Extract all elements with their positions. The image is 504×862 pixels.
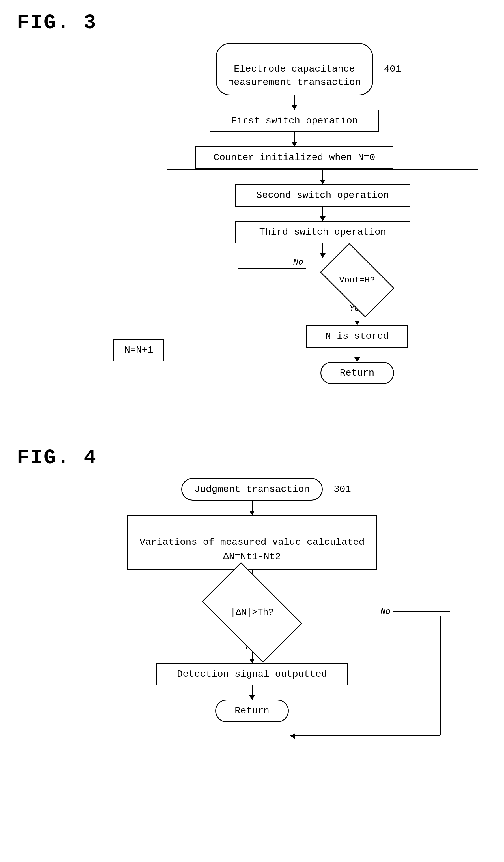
second-switch-node: Second switch operation [235, 184, 410, 207]
arrow4 [322, 207, 323, 221]
first-switch-node: First switch operation [210, 109, 379, 132]
fig4-start-wrapper: Judgment transaction 301 [181, 478, 323, 501]
no-hline [238, 268, 306, 269]
fig4-no-hline-row: No [381, 607, 450, 616]
arrow6 [357, 348, 358, 362]
diamond-center: Vout=H? Yes N is stored Re [306, 258, 408, 384]
delta-n-diamond: |ΔN|>Th? [193, 584, 311, 641]
arrow1 [294, 95, 295, 109]
n-stored-node: N is stored [306, 325, 408, 348]
fig4-no-arrow-left [290, 733, 295, 739]
fig4-section: FIG. 4 Judgment transaction 301 Variatio… [17, 446, 487, 722]
third-switch-node: Third switch operation [235, 221, 410, 243]
fig4-arrow-yes [252, 651, 253, 663]
fig4-flowchart: Judgment transaction 301 Variations of m… [54, 478, 450, 722]
loop-left-side: N=N+1 [110, 169, 167, 423]
loop-left-vline-bot [138, 361, 140, 423]
no-vline [238, 269, 238, 382]
no-label: No [293, 258, 303, 267]
fig4-return-node: Return [215, 700, 289, 722]
fig3-flowchart: Electrode capacitance measurement transa… [26, 43, 478, 423]
fig4-no-label: No [381, 607, 390, 616]
fig3-main-column: Electrode capacitance measurement transa… [110, 43, 478, 169]
no-branch: No [238, 258, 306, 382]
detection-node: Detection signal outputted [156, 663, 348, 685]
return-node: Return [320, 362, 394, 384]
loop-right-side: Second switch operation Third switch ope… [167, 169, 478, 423]
diamond-row: No Vout=H? Yes [167, 258, 478, 384]
fig4-no-branch: No [381, 607, 450, 739]
counter-init-node: Counter initialized when N=0 [196, 146, 394, 169]
ref-label-301: 301 [334, 484, 351, 495]
vout-diamond: Vout=H? [312, 258, 402, 303]
loop-section: N=N+1 [110, 169, 478, 423]
arrow2 [294, 132, 295, 146]
fig3-section: FIG. 3 Electrode capacitance measurement… [17, 11, 487, 423]
fig4-no-hline-bot [290, 735, 440, 736]
fig4-arrow3 [252, 685, 253, 700]
judgment-node: Judgment transaction [181, 478, 323, 501]
arrow3 [322, 170, 323, 184]
arrow5 [322, 243, 323, 258]
start-node: Electrode capacitance measurement transa… [216, 43, 373, 95]
fig3-title: FIG. 3 [17, 11, 487, 35]
no-hline-seg [238, 268, 306, 269]
fig4-arrow1 [252, 501, 253, 515]
fig4-no-vline [440, 616, 441, 735]
fig4-diamond-row: |ΔN|>Th? Yes Detection signal outputted … [54, 584, 450, 722]
fig4-no-hline [394, 611, 450, 612]
n-increment-node: N=N+1 [114, 339, 164, 361]
loop-left-vline [138, 169, 140, 339]
fig4-diamond-center: |ΔN|>Th? Yes Detection signal outputted … [156, 584, 348, 722]
fig4-title: FIG. 4 [17, 446, 487, 470]
ref-label-401: 401 [384, 64, 401, 75]
arrow-yes [357, 314, 358, 325]
variations-node: Variations of measured value calculated … [127, 515, 377, 570]
